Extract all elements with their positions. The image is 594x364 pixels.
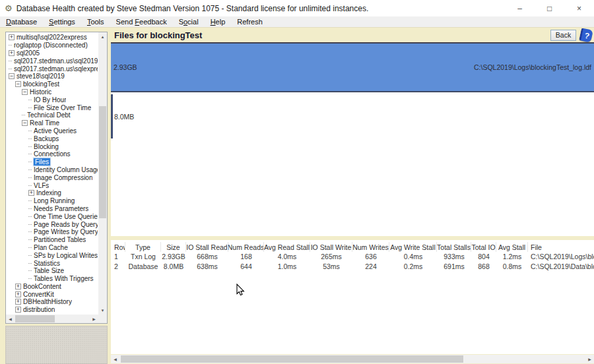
tree-item-identity-column-usage[interactable]: Identity Column Usage (7, 166, 98, 174)
table-row[interactable]: 1Txn Log2.93GB668ms1684.0ms265ms6360.4ms… (111, 252, 594, 262)
column-header-row[interactable]: Row (111, 242, 125, 252)
table-cell: 8.0MB (161, 262, 186, 272)
tree-item-image-compression[interactable]: Image Compression (7, 173, 98, 181)
tree-item-vlfs[interactable]: VLFs (7, 181, 98, 189)
column-header-avg-read-stall[interactable]: Avg Read Stall (264, 242, 310, 252)
tree-item-technical-debt[interactable]: Technical Debt (7, 111, 98, 119)
collapse-icon[interactable]: − (9, 73, 15, 79)
tree-item-multisql-sql2022express[interactable]: +multisql\sql2022express (7, 34, 98, 42)
expand-icon[interactable]: + (9, 50, 15, 56)
table-cell: 804 (471, 252, 496, 262)
chart-bar-txn-log[interactable]: 2.93GB C:\SQL2019\Logs\blockingTest_log.… (111, 44, 594, 92)
title-bar: ⚙ Database Health created by Steve Stedm… (0, 0, 594, 16)
expand-icon[interactable]: + (15, 284, 21, 289)
tree-item-label: Tables With Triggers (34, 275, 94, 282)
tree-item-active-queries[interactable]: Active Queries (7, 127, 98, 135)
tree-item-sql2017-stedman-us-sqlexpress-dis[interactable]: sql2017.stedman.us\sqlexpress (Dis (7, 65, 98, 73)
menu-item-refresh[interactable]: Refresh (231, 17, 269, 26)
tree-item-historic[interactable]: −Historic (7, 88, 98, 96)
collapse-icon[interactable]: − (15, 81, 21, 87)
tree-item-sps-by-logical-writes[interactable]: SPs by Logical Writes (7, 251, 98, 259)
menu-item-social[interactable]: Social (173, 17, 205, 26)
tree-item-page-reads-by-query[interactable]: Page Reads by Query (7, 220, 98, 228)
table-cell: 691ms (437, 262, 471, 272)
scroll-right-icon[interactable]: ▶ (585, 355, 594, 363)
expand-icon[interactable]: + (15, 291, 21, 297)
tree-connector (28, 146, 32, 147)
tree-item-page-writes-by-query[interactable]: Page Writes by Query (7, 228, 98, 236)
tree-item-convertkit[interactable]: +ConvertKit (7, 290, 98, 298)
tree-item-plan-cache[interactable]: Plan Cache (7, 244, 98, 252)
tree-item-sql2017-stedman-us-sql2019-disc[interactable]: sql2017.stedman.us\sql2019 (Disc (7, 57, 98, 65)
tree-vertical-scrollbar[interactable]: ▲ ▼ (98, 32, 107, 315)
scroll-right-icon[interactable]: ▶ (90, 315, 98, 323)
tree-item-label: Historic (30, 88, 51, 96)
table-row[interactable]: 2Database8.0MB638ms6441.0ms53ms2240.2ms6… (111, 262, 594, 272)
collapse-icon[interactable]: − (22, 89, 28, 95)
tree-horizontal-scrollbar[interactable]: ◀ ▶ (6, 315, 98, 323)
collapse-icon[interactable]: − (22, 120, 28, 126)
menu-item-database[interactable]: Database (0, 17, 43, 26)
maximize-button[interactable]: □ (535, 0, 564, 16)
tree-item-blockingtest[interactable]: −blockingTest (7, 80, 98, 88)
tree-item-io-by-hour[interactable]: IO By Hour (7, 96, 98, 104)
menu-item-send-feedback[interactable]: Send Feedback (110, 17, 173, 26)
main-horizontal-scrollbar[interactable]: ◀ ▶ (111, 355, 594, 363)
main-hscroll-thumb[interactable] (121, 355, 463, 363)
tree-item-backups[interactable]: Backups (7, 135, 98, 142)
scroll-left-icon[interactable]: ◀ (6, 315, 15, 323)
scroll-left-icon[interactable]: ◀ (111, 355, 119, 363)
tree-item-distribution[interactable]: +distribution (7, 306, 98, 314)
tree-item-indexing[interactable]: +Indexing (7, 189, 98, 197)
tree-item-blocking[interactable]: Blocking (7, 142, 98, 150)
tree-vscroll-thumb[interactable] (99, 106, 106, 218)
tree-item-sql2005[interactable]: +sql2005 (7, 49, 98, 57)
table-cell: 0.8ms (496, 262, 528, 272)
back-button[interactable]: Back (550, 30, 576, 41)
column-header-avg-write-stall[interactable]: Avg Write Stall (389, 242, 437, 252)
tree-item-files[interactable]: Files (7, 158, 98, 166)
column-header-total-stalls[interactable]: Total Stalls (437, 242, 471, 252)
column-header-type[interactable]: Type (125, 242, 161, 252)
column-header-num-reads[interactable]: Num Reads (228, 242, 264, 252)
column-header-avg-stall[interactable]: Avg Stall (496, 242, 528, 252)
tree-item-one-time-use-queries[interactable]: One Time Use Queries (7, 212, 98, 220)
column-header-num-writes[interactable]: Num Writes (352, 242, 389, 252)
menu-item-tools[interactable]: Tools (81, 17, 110, 26)
tree-connector (28, 278, 32, 279)
column-header-total-io[interactable]: Total IO (471, 242, 496, 252)
menu-item-help[interactable]: Help (205, 17, 232, 26)
menu-item-settings[interactable]: Settings (43, 17, 81, 26)
column-header-io-stall-read[interactable]: IO Stall Read (186, 242, 228, 252)
tree-item-statistics[interactable]: Statistics (7, 259, 98, 267)
tree-item-partitioned-tables[interactable]: Partitioned Tables (7, 236, 98, 244)
tree-connector (28, 100, 32, 100)
chart-bar-database[interactable] (111, 94, 113, 138)
tree-item-bookcontent[interactable]: +BookContent (7, 283, 98, 291)
scroll-up-icon[interactable]: ▲ (98, 32, 107, 41)
tree-item-real-time[interactable]: −Real Time (7, 119, 98, 127)
tree-item-tables-with-triggers[interactable]: Tables With Triggers (7, 275, 98, 283)
tree-item-file-size-over-time[interactable]: File Size Over Time (7, 104, 98, 111)
tree-item-needs-parameters[interactable]: Needs Parameters (7, 205, 98, 213)
column-header-size[interactable]: Size (161, 242, 186, 252)
tree-item-dbhealthhistory[interactable]: +DBHealthHistory (7, 298, 98, 306)
tree-item-roglaptop-disconnected[interactable]: roglaptop (Disconnected) (7, 42, 98, 49)
expand-icon[interactable]: + (15, 307, 21, 313)
tree-item-long-running[interactable]: Long Running (7, 197, 98, 205)
column-header-file[interactable]: File (528, 242, 594, 252)
tree-item-connections[interactable]: Connections (7, 150, 98, 158)
minimize-button[interactable]: – (505, 0, 535, 16)
expand-icon[interactable]: + (28, 190, 34, 196)
expand-icon[interactable]: + (15, 299, 21, 305)
expand-icon[interactable]: + (9, 34, 15, 40)
tree-item-label: Partitioned Tables (34, 236, 86, 243)
tree-item-steve18-sql2019[interactable]: −steve18\sql2019 (7, 73, 98, 80)
help-icon[interactable]: ? (579, 28, 593, 42)
scroll-down-icon[interactable]: ▼ (98, 306, 107, 315)
close-button[interactable]: × (564, 0, 594, 16)
tree-item-label: sql2017.stedman.us\sqlexpress (Dis (14, 65, 98, 73)
tree-item-table-size[interactable]: Table Size (7, 267, 98, 275)
column-header-io-stall-write[interactable]: IO Stall Write (310, 242, 352, 252)
tree-hscroll-thumb[interactable] (15, 315, 55, 322)
